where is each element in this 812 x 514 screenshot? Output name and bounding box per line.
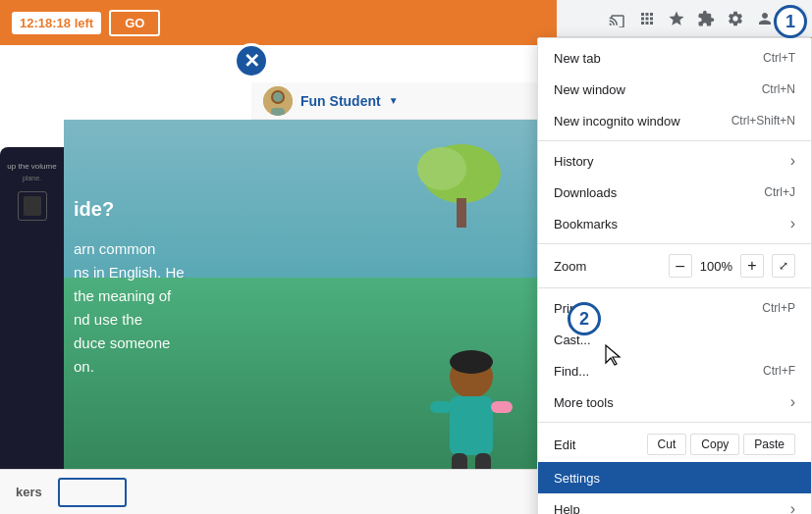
menu-divider-2 [538,243,811,244]
copy-button[interactable]: Copy [690,434,739,455]
menu-item-more-tools-label: More tools [554,395,783,410]
menu-item-new-tab-label: New tab [554,51,739,66]
menu-item-new-tab-shortcut: Ctrl+T [763,51,795,65]
menu-item-settings-label: Settings [554,471,795,486]
menu-divider-4 [538,422,811,423]
tree-illustration [403,139,520,237]
user-name[interactable]: Fun Student [300,93,381,109]
menu-item-downloads[interactable]: Downloads Ctrl+J [538,177,811,208]
bottom-box [58,478,127,507]
menu-item-help[interactable]: Help › [538,493,811,514]
edit-label: Edit [554,437,647,452]
zoom-plus-button[interactable]: + [740,254,764,278]
menu-item-bookmarks-label: Bookmarks [554,217,783,231]
more-tools-arrow-icon: › [790,393,795,411]
menu-item-new-window[interactable]: New window Ctrl+N [538,74,811,105]
cut-button[interactable]: Cut [647,434,687,455]
svg-rect-5 [450,396,493,455]
content-text: arn common ns in English. He the meaning… [74,237,185,379]
gear-icon[interactable] [722,5,749,32]
user-bar: Fun Student ▼ [251,82,556,120]
menu-item-new-window-shortcut: Ctrl+N [762,82,795,96]
menu-divider-1 [538,140,811,141]
menu-item-settings[interactable]: Settings [538,462,811,493]
bookmarks-arrow-icon: › [790,215,795,232]
menu-item-find[interactable]: Find... Ctrl+F [538,355,811,386]
menu-item-new-window-label: New window [554,82,738,97]
menu-item-downloads-label: Downloads [554,185,740,200]
menu-item-new-tab[interactable]: New tab Ctrl+T [538,42,811,74]
chrome-menu: New tab Ctrl+T New window Ctrl+N New inc… [537,37,812,514]
svg-point-1 [417,147,466,190]
menu-divider-3 [538,287,811,288]
menu-item-print-shortcut: Ctrl+P [762,301,795,315]
timer-badge: 12:18:18 left [12,12,101,34]
svg-rect-6 [430,401,452,413]
zoom-minus-button[interactable]: – [669,254,692,278]
zoom-fullscreen-button[interactable]: ⤢ [772,254,795,278]
phone-icon [18,191,47,221]
content-title: ide? [74,198,114,221]
menu-item-bookmarks[interactable]: Bookmarks › [538,208,811,239]
help-arrow-icon: › [790,500,795,514]
menu-item-history-label: History [554,154,783,169]
svg-point-12 [273,92,283,102]
cast-icon[interactable] [604,5,631,32]
phone-screen: up the volume plane. [0,147,64,481]
phone-mockup: up the volume plane. [0,147,64,481]
zoom-controls: – 100% + ⤢ [669,254,795,278]
svg-point-4 [450,350,493,374]
phone-subtext: plane. [5,175,59,181]
zoom-row: Zoom – 100% + ⤢ [538,248,811,283]
puzzle-icon[interactable] [692,5,720,32]
annotation-circle-1: 1 [774,5,807,38]
phone-text: up the volume [5,162,59,171]
star-icon[interactable] [663,5,690,32]
svg-rect-7 [491,401,513,413]
menu-item-incognito[interactable]: New incognito window Ctrl+Shift+N [538,105,811,136]
close-button[interactable]: ✕ [234,43,269,78]
edit-buttons: Cut Copy Paste [647,434,795,455]
svg-rect-2 [457,198,466,228]
zoom-label: Zoom [554,259,669,274]
annotation-circle-2: 2 [568,302,601,335]
menu-item-downloads-shortcut: Ctrl+J [764,185,795,199]
avatar-svg [263,86,293,116]
menu-item-more-tools[interactable]: More tools › [538,386,811,418]
dropdown-arrow-icon[interactable]: ▼ [389,95,399,106]
content-area: ide? arn common ns in English. He the me… [64,120,550,514]
menu-item-find-label: Find... [554,364,739,379]
menu-item-help-label: Help [554,502,783,515]
grid-icon[interactable] [633,5,661,32]
menu-item-history[interactable]: History › [538,145,811,177]
bottom-label: kers [16,485,42,499]
svg-rect-13 [271,108,285,116]
menu-item-incognito-label: New incognito window [554,114,708,128]
zoom-value: 100% [700,259,732,274]
menu-item-find-shortcut: Ctrl+F [763,364,795,378]
edit-row: Edit Cut Copy Paste [538,427,811,462]
menu-item-incognito-shortcut: Ctrl+Shift+N [731,114,795,128]
history-arrow-icon: › [790,152,795,170]
go-button[interactable]: GO [109,10,160,36]
paste-button[interactable]: Paste [743,434,795,455]
avatar [263,86,293,116]
